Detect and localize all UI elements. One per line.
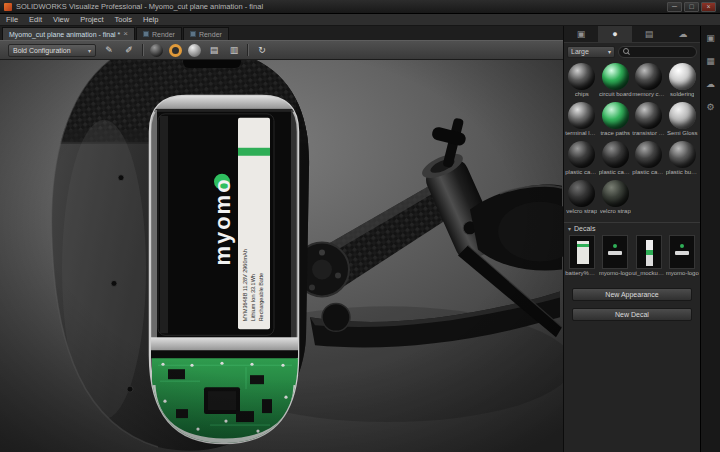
material-swatch[interactable]: soldering <box>666 63 699 97</box>
material-swatch[interactable]: plastic carbon <box>632 141 665 175</box>
decal-thumbnail <box>602 235 628 269</box>
thumbnail-size-dropdown[interactable]: Large ▾ <box>567 46 615 58</box>
split-view-icon[interactable]: ▥ <box>227 43 241 57</box>
tab-label: Render <box>152 31 175 38</box>
material-name: trace paths <box>600 130 630 136</box>
material-swatch[interactable]: plastic carbon <box>599 141 632 175</box>
tab-label: Myomo_cut plane animation - final * <box>9 31 120 38</box>
appearances-tab[interactable]: ● <box>598 26 632 42</box>
render-viewport[interactable]: myomo MYM3648B 11.28V 2960mAh Lithium Io… <box>0 60 563 452</box>
fast-render-mode-icon[interactable] <box>188 44 201 57</box>
material-swatch[interactable]: plastic bump <box>666 141 699 175</box>
decal-swatch[interactable]: myomo-logo <box>666 235 699 276</box>
decal-name: ui_mockup_2... <box>632 270 665 276</box>
material-name: velcro strap <box>600 208 631 214</box>
configuration-dropdown[interactable]: Bold Configuration ▾ <box>8 44 96 57</box>
decal-name: battery%20t... <box>565 270 598 276</box>
search-icon <box>623 48 630 55</box>
material-name: transistor base <box>632 130 665 136</box>
material-name: circuit board <box>599 91 632 97</box>
material-name: terminal leads <box>565 130 598 136</box>
sync-turntable-icon[interactable]: ↻ <box>255 43 269 57</box>
vignette-overlay <box>0 60 563 452</box>
preview-render-mode-icon[interactable] <box>150 44 163 57</box>
material-sphere <box>568 63 595 90</box>
decals-section-header[interactable]: ▾ Decals <box>564 222 700 234</box>
material-swatch[interactable]: velcro strap <box>599 180 632 214</box>
material-swatch[interactable]: memory car... <box>632 63 665 97</box>
grid-icon[interactable]: ▦ <box>704 54 718 68</box>
render-tab-icon <box>190 31 196 37</box>
layers-icon[interactable]: ▤ <box>207 43 221 57</box>
material-swatch[interactable]: plastic carbon <box>565 141 598 175</box>
chevron-down-icon: ▾ <box>608 48 611 55</box>
cloud-icon[interactable]: ☁ <box>704 77 718 91</box>
material-swatch[interactable]: trace paths <box>599 102 632 136</box>
decal-thumbnail <box>569 235 595 269</box>
close-button[interactable]: × <box>701 2 716 12</box>
menu-item-project[interactable]: Project <box>80 15 103 24</box>
document-tab[interactable]: Myomo_cut plane animation - final *× <box>2 27 135 40</box>
toolbar-separator <box>142 44 144 56</box>
material-name: chips <box>575 91 589 97</box>
menu-item-file[interactable]: File <box>6 15 18 24</box>
environments-tab[interactable]: ☁ <box>666 26 700 42</box>
palette-controls: Large ▾ <box>564 43 700 60</box>
title-bar: SOLIDWORKS Visualize Professional - Myom… <box>0 0 720 14</box>
palette-search[interactable] <box>618 46 697 58</box>
material-sphere <box>568 102 595 129</box>
minimize-button[interactable]: ─ <box>667 2 682 12</box>
tab-close-icon[interactable]: × <box>123 30 128 38</box>
menu-item-edit[interactable]: Edit <box>29 15 42 24</box>
palette-panel: ▣●▤☁ Large ▾ chipscircuit boardmemory ca… <box>563 26 700 452</box>
app-logo-icon <box>4 3 12 11</box>
decal-swatch[interactable]: ui_mockup_2... <box>632 235 665 276</box>
thumbnail-size-label: Large <box>571 48 589 55</box>
material-sphere <box>635 102 662 129</box>
material-sphere <box>635 63 662 90</box>
menu-item-tools[interactable]: Tools <box>115 15 133 24</box>
material-sphere <box>669 63 696 90</box>
scenes-tab[interactable]: ▤ <box>632 26 666 42</box>
material-sphere <box>602 63 629 90</box>
decal-thumbnail <box>636 235 662 269</box>
document-tab[interactable]: Render <box>136 27 182 40</box>
menu-item-help[interactable]: Help <box>143 15 158 24</box>
material-sphere <box>602 180 629 207</box>
search-input[interactable] <box>633 48 692 55</box>
material-name: plastic carbon <box>599 169 632 175</box>
decal-swatch[interactable]: myomo-logo <box>599 235 632 276</box>
toolbar-separator <box>247 44 249 56</box>
material-swatch[interactable]: terminal leads <box>565 102 598 136</box>
render-canvas[interactable]: myomo MYM3648B 11.28V 2960mAh Lithium Io… <box>0 60 563 452</box>
new-decal-button[interactable]: New Decal <box>572 308 692 321</box>
document-tab[interactable]: Render <box>183 27 229 40</box>
application-window: SOLIDWORKS Visualize Professional - Myom… <box>0 0 720 452</box>
material-name: plastic carbon <box>565 169 598 175</box>
material-swatch[interactable]: circuit board <box>599 63 632 97</box>
paint-appearance-icon[interactable]: ✐ <box>122 43 136 57</box>
menu-item-view[interactable]: View <box>53 15 69 24</box>
palette-tab-bar: ▣●▤☁ <box>564 26 700 43</box>
material-sphere <box>635 141 662 168</box>
box-icon[interactable]: ▣ <box>704 31 718 45</box>
material-swatch[interactable]: Semi Gloss <box>666 102 699 136</box>
settings-gear-icon[interactable]: ⚙ <box>704 100 718 114</box>
material-swatch[interactable]: transistor base <box>632 102 665 136</box>
material-sphere <box>669 141 696 168</box>
decal-swatch[interactable]: battery%20t... <box>565 235 598 276</box>
render-tab-icon <box>143 31 149 37</box>
accurate-render-mode-icon[interactable] <box>169 44 182 57</box>
material-name: plastic bump <box>666 169 699 175</box>
configuration-label: Bold Configuration <box>13 47 71 54</box>
material-swatch[interactable]: velcro strap <box>565 180 598 214</box>
material-swatch[interactable]: chips <box>565 63 598 97</box>
models-tab[interactable]: ▣ <box>564 26 598 42</box>
window-title: SOLIDWORKS Visualize Professional - Myom… <box>16 2 663 11</box>
new-appearance-button[interactable]: New Appearance <box>572 288 692 301</box>
edit-pencil-icon[interactable]: ✎ <box>102 43 116 57</box>
maximize-button[interactable]: □ <box>684 2 699 12</box>
main-toolbar: Bold Configuration ▾ ✎✐▤▥↻ <box>0 40 563 60</box>
tab-label: Render <box>199 31 222 38</box>
material-sphere <box>602 141 629 168</box>
